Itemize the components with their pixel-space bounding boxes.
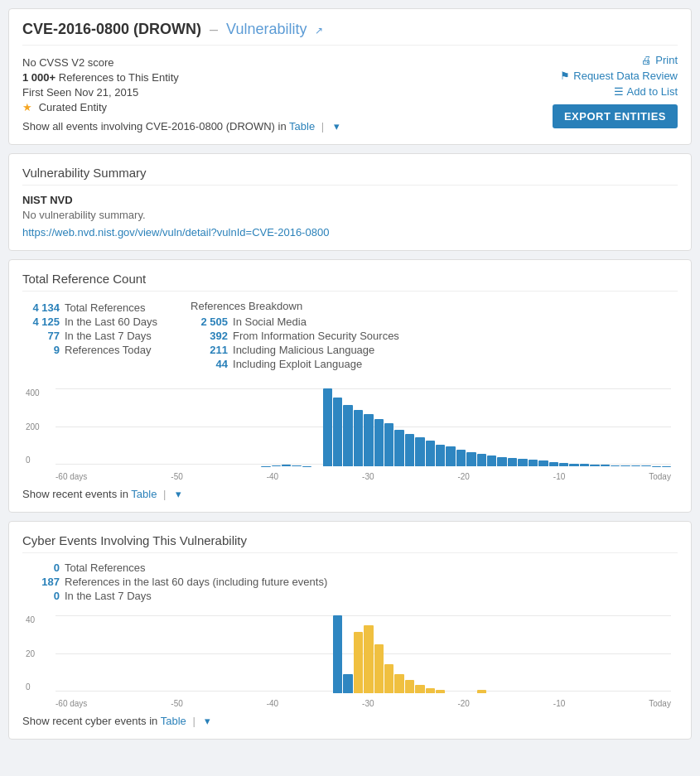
cyber-7-number: 0 [22,590,60,602]
x-label-today: Today [649,472,671,481]
header-card: CVE-2016-0800 (DROWN) – Vulnerability ↗ … [8,8,692,145]
bar-ref [497,457,506,466]
ref-table-link[interactable]: Table [131,488,157,500]
curated-label: Curated Entity [39,101,107,113]
cyber-chart: 40 20 0 -60 days -50 -40 -30 -20 -10 Tod… [22,609,678,708]
cyber-y-40: 40 [26,615,35,624]
show-cyber-prefix: Show recent cyber events in [22,715,157,727]
x-axis-ref: -60 days -50 -40 -30 -20 -10 Today [56,472,671,481]
bar-ref [641,465,650,466]
bar-ref [569,464,578,466]
bar-ref [354,410,363,466]
header-section: No CVSS V2 score 1 000+ References to Th… [22,54,678,133]
total-refs-label: Total References [65,301,146,314]
print-link[interactable]: 🖨 Print [641,54,678,66]
cyber-60-label: References in the last 60 days (includin… [65,576,327,588]
cyber-y-axis: 40 20 0 [26,615,35,692]
last-60-label: In the Last 60 Days [65,316,157,328]
x-label-10: -10 [553,472,565,481]
stats-container: 4 134 Total References 4 125 In the Last… [22,300,678,372]
nvd-link[interactable]: https://web.nvd.nist.gov/view/vuln/detai… [22,226,329,239]
references-count: 1 000+ [22,71,56,84]
stat-row-total: 4 134 Total References [22,301,157,314]
cvss-label: No CVSS V2 score [22,56,114,69]
cve-id: CVE-2016-0800 (DROWN) [22,21,201,37]
cyber-x-30: -30 [362,699,374,708]
bar-cyber [405,680,414,693]
cyber-y-20: 20 [26,649,35,658]
external-link-icon[interactable]: ↗ [315,25,323,36]
header-left: No CVSS V2 score 1 000+ References to Th… [22,54,553,133]
bar-ref [549,462,558,466]
chevron-down-icon-2[interactable]: ▾ [176,488,181,500]
chevron-down-icon-3[interactable]: ▾ [205,715,210,727]
y-axis: 400 200 0 [26,388,40,465]
malicious-label: Including Malicious Language [233,344,374,356]
y-label-0: 0 [26,455,40,465]
bar-ref [333,398,342,466]
last-7-label: In the Last 7 Days [65,330,152,342]
first-seen-row: First Seen Nov 21, 2015 [22,86,553,99]
cyber-events-card: Cyber Events Involving This Vulnerabilit… [8,521,692,740]
cyber-x-60: -60 days [56,699,87,708]
bar-ref [323,388,332,466]
add-to-list-label: Add to List [627,85,678,98]
bar-cyber [384,664,393,693]
infosec-label: From Information Security Sources [233,330,399,342]
bar-cyber [354,632,363,693]
print-label: Print [655,54,678,66]
bar-ref [529,460,538,466]
bar-ref [374,419,384,466]
show-cyber-table-row: Show recent cyber events in Table | ▾ [22,715,678,727]
today-number: 9 [22,344,60,356]
bar-ref [282,465,291,466]
show-ref-table-row: Show recent events in Table | ▾ [22,488,678,500]
cyber-stats: 0 Total References 187 References in the… [22,562,678,602]
request-review-label: Request Data Review [573,70,678,82]
cyber-events-title: Cyber Events Involving This Vulnerabilit… [22,533,678,553]
bar-ref [405,434,414,466]
bar-cyber [436,690,445,693]
infosec-number: 392 [191,330,228,342]
bar-cyber [415,685,424,693]
y-label-200: 200 [26,422,40,431]
cvss-row: No CVSS V2 score [22,56,553,69]
first-seen-date: Nov 21, 2015 [75,86,138,99]
malicious-number: 211 [191,344,228,356]
export-button[interactable]: EXPORT ENTITIES [553,104,678,128]
bar-ref [477,454,486,466]
bar-ref [436,445,445,466]
bar-ref [611,465,620,466]
reference-count-card: Total Reference Count 4 134 Total Refere… [8,259,692,513]
bar-ref [394,430,403,466]
exploit-number: 44 [191,358,228,370]
cyber-x-40: -40 [267,699,278,708]
events-table-link[interactable]: Table [289,120,315,133]
add-to-list-link[interactable]: ☰ Add to List [614,85,678,98]
bar-ref [601,465,610,466]
request-review-link[interactable]: ⚑ Request Data Review [560,70,678,82]
cyber-total-label: Total References [65,562,146,574]
print-icon: 🖨 [641,54,652,66]
bar-ref [292,465,301,466]
bar-ref [456,450,466,466]
bar-ref [426,441,435,466]
cyber-y-0: 0 [26,682,35,692]
x-label-60: -60 days [56,472,87,481]
nist-label: NIST NVD [22,194,678,206]
cyber-table-link[interactable]: Table [161,715,186,727]
bar-ref [384,423,393,466]
cyber-stat-7days: 0 In the Last 7 Days [22,590,678,602]
bar-cyber [364,625,373,693]
bar-ref [466,452,476,466]
stat-row-60days: 4 125 In the Last 60 Days [22,316,157,328]
chevron-down-icon[interactable]: ▾ [334,120,340,133]
bar-cyber [333,615,342,693]
cyber-stat-60days: 187 References in the last 60 days (incl… [22,576,678,588]
vuln-label: Vulnerability [226,21,307,37]
flag-icon: ⚑ [560,70,570,82]
bar-cyber [394,674,403,694]
page-title: CVE-2016-0800 (DROWN) – Vulnerability ↗ [22,21,678,46]
chart-bars-ref [56,388,671,466]
cyber-x-50: -50 [171,699,182,708]
